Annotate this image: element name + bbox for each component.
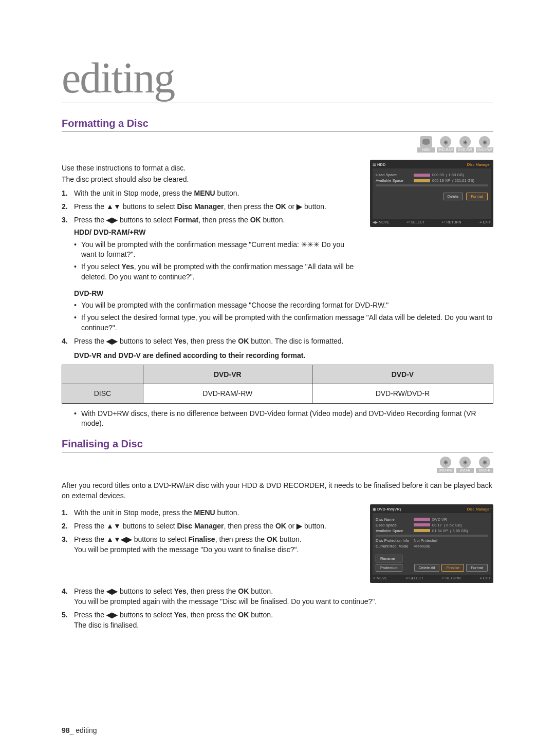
s1-postnote: With DVD+RW discs, there is no differenc… <box>74 409 493 429</box>
s1-body-2: DVD-RW You will be prompted with the con… <box>62 288 493 429</box>
s1-rw-b2: If you select the desired format type, y… <box>74 313 493 333</box>
s2-intro: After you record titles onto a DVD-RW/±R… <box>62 480 493 501</box>
tv-btn-format: Format <box>466 193 488 200</box>
s1-body: Use these instructions to format a disc.… <box>62 160 360 285</box>
s1-hdd-b1: You will be prompted with the confirmati… <box>74 240 360 260</box>
s2-step5: 5. Press the ◀▶ buttons to select Yes, t… <box>62 610 493 631</box>
page-footer: 98_ editing <box>62 726 97 734</box>
s2-step4: 4. Press the ◀▶ buttons to select Yes, t… <box>62 586 493 607</box>
s1-hdd-b2: If you select Yes, you will be prompted … <box>74 262 360 282</box>
chapter-title: editing <box>62 56 493 103</box>
tv2-btn-rename: Rename <box>376 555 402 562</box>
media2-dvdpr: ◉DVD+R <box>476 457 493 473</box>
svg-point-2 <box>422 142 430 145</box>
s2-screenshot: ◉ DVD-RW(VR)Disc Manager Disc NameDVD-VR… <box>370 504 493 583</box>
tv-btn-delete: Delete <box>443 193 464 200</box>
s1-step3-cont: DVD-RW You will be prompted with the con… <box>62 288 493 333</box>
s2-step4-prompt: You will be prompted again with the mess… <box>74 596 493 607</box>
media2-dvdr: ◉DVD-R <box>456 457 474 473</box>
s2-step3: 3. Press the ▲▼◀▶ buttons to select Fina… <box>62 534 360 555</box>
media-dvdprw: ◉DVD+RW <box>476 136 493 153</box>
s2-step2: 2. Press the ▲▼ buttons to select Disc M… <box>62 521 360 531</box>
tv2-btn-protection: Protection <box>376 564 402 572</box>
s1-sub-hdd: HDD/ DVD-RAM/+RW <box>74 227 360 237</box>
tv2-btn-finalise: Finalise <box>441 564 464 572</box>
s2-media-row: ◉DVD-RW ◉DVD-R ◉DVD+R <box>62 457 493 473</box>
s1-media-row: HDD ◉DVD-RAM ◉DVD-RW ◉DVD+RW <box>62 136 493 153</box>
s1-screenshot: ☰ HDDDisc Manager Used Space000:39( 1.68… <box>370 160 493 285</box>
s1-rw-b1: You will be prompted with the confirmati… <box>74 300 493 311</box>
s1-table: DVD-VRDVD-V DISCDVD-RAM/-RWDVD-RW/DVD-R <box>62 365 493 404</box>
s1-step2: 2. Press the ▲▼ buttons to select Disc M… <box>62 201 360 212</box>
s1-title: Formatting a Disc <box>62 118 493 132</box>
media2-dvdrw: ◉DVD-RW <box>437 457 454 473</box>
s2-body: 1. With the unit in Stop mode, press the… <box>62 504 360 583</box>
s1-step4: 4. Press the ◀▶ buttons to select Yes, t… <box>62 336 493 346</box>
s1-intro1: Use these instructions to format a disc. <box>62 163 360 173</box>
tv2-btn-delall: Delete All <box>414 564 440 572</box>
media-hdd: HDD <box>417 136 435 153</box>
s2-step5-final: The disc is finalised. <box>74 620 493 630</box>
s2-step3-prompt: You will be prompted with the message "D… <box>74 544 360 555</box>
s2-body-2: 4. Press the ◀▶ buttons to select Yes, t… <box>62 586 493 631</box>
s2-title: Finalising a Disc <box>62 438 493 452</box>
s1-note: DVD-VR and DVD-V are defined according t… <box>74 351 493 361</box>
s2-step1: 1. With the unit in Stop mode, press the… <box>62 507 360 518</box>
s1-intro2: The disc protect should also be cleared. <box>62 174 360 184</box>
tv2-btn-format: Format <box>466 564 488 572</box>
media-dvdrw: ◉DVD-RW <box>456 136 474 153</box>
s1-step3: 3. Press the ◀▶ buttons to select Format… <box>62 215 360 282</box>
s1-step1: 1. With the unit in Stop mode, press the… <box>62 188 360 198</box>
media-dvdram: ◉DVD-RAM <box>437 136 454 153</box>
